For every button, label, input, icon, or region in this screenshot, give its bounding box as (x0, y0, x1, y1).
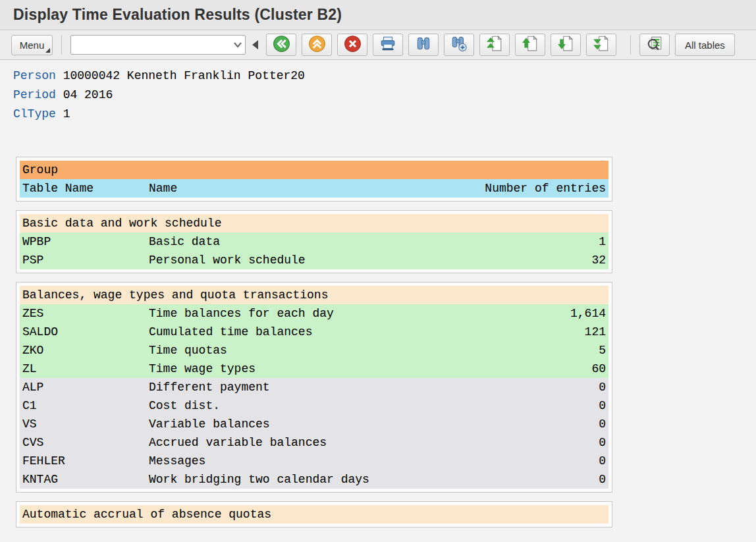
row-table-name: SALDO (22, 323, 149, 341)
period-value: 04 2016 (63, 88, 113, 101)
row-name: Accrued variable balances (149, 433, 599, 452)
table-row[interactable]: C1Cost dist.0 (20, 396, 608, 415)
last-page-button[interactable] (586, 34, 616, 56)
toolbar-separator (61, 35, 62, 55)
row-name: Messages (149, 452, 599, 470)
row-entries: 0 (599, 415, 606, 433)
table-row[interactable]: ALPDifferent payment0 (20, 378, 608, 396)
period-line: Period 04 2016 (13, 86, 743, 105)
table-row[interactable]: SALDOCumulated time balances121 (20, 323, 608, 341)
table-row[interactable]: VSVariable balances0 (20, 415, 608, 433)
page-up-button[interactable] (515, 34, 545, 56)
group-header-label: Group (22, 161, 58, 179)
command-input[interactable] (71, 36, 230, 53)
exit-button[interactable] (302, 34, 332, 56)
row-name: Work bridging two calendar days (149, 470, 599, 489)
row-entries: 0 (599, 470, 606, 489)
overview-button[interactable] (639, 34, 670, 56)
row-entries: 0 (599, 396, 606, 415)
table-row[interactable]: KNTAGWork bridging two calendar days0 (20, 470, 608, 489)
cancel-button[interactable] (337, 34, 367, 56)
person-line: Person 10000042 Kenneth Franklin Potter2… (13, 67, 743, 86)
row-entries: 0 (599, 452, 606, 470)
row-entries: 1 (599, 232, 606, 251)
table-row[interactable]: ZLTime wage types60 (20, 360, 608, 378)
overview-icon (646, 35, 663, 55)
row-name: Time quotas (149, 341, 599, 360)
toolbar: Menu (0, 30, 756, 60)
exit-icon (308, 35, 326, 55)
row-table-name: ALP (22, 378, 149, 396)
page-title: Display Time Evaluation Results (Cluster… (13, 6, 342, 24)
section-header-row: Basic data and work schedule (20, 214, 608, 232)
row-entries: 121 (585, 323, 606, 341)
row-table-name: VS (22, 415, 149, 433)
cltype-value: 1 (63, 107, 70, 121)
row-entries: 5 (599, 341, 606, 360)
all-tables-label: All tables (685, 40, 725, 51)
row-table-name: CVS (22, 433, 149, 452)
menu-button[interactable]: Menu (11, 35, 53, 55)
collapse-toolbar-icon[interactable] (252, 40, 258, 49)
column-header-row: Table Name Name Number of entries (20, 179, 608, 198)
row-table-name: C1 (22, 396, 149, 415)
column-header-table-name: Table Name (22, 179, 149, 198)
row-entries: 0 (599, 378, 606, 396)
section-header-row: Automatic accrual of absence quotas (20, 505, 608, 524)
row-entries: 32 (591, 251, 606, 269)
menu-button-label: Menu (20, 40, 45, 51)
row-table-name: PSP (22, 251, 149, 269)
first-page-button[interactable] (479, 34, 510, 56)
row-name: Cumulated time balances (149, 323, 585, 341)
row-entries: 60 (591, 360, 606, 378)
row-table-name: ZL (22, 360, 149, 378)
title-bar: Display Time Evaluation Results (Cluster… (0, 0, 756, 30)
row-name: Time balances for each day (149, 304, 570, 323)
period-label: Period (13, 88, 56, 101)
command-combobox[interactable] (70, 35, 246, 55)
person-value: 10000042 Kenneth Franklin Potter20 (63, 69, 305, 82)
table-section-panel: Basic data and work scheduleWPBPBasic da… (16, 210, 612, 273)
print-button[interactable] (373, 34, 403, 56)
table-row[interactable]: PSPPersonal work schedule32 (20, 251, 608, 269)
row-table-name: KNTAG (22, 470, 149, 489)
all-tables-button[interactable]: All tables (675, 34, 735, 56)
table-row[interactable]: WPBPBasic data1 (20, 232, 608, 251)
page-up-icon (522, 35, 539, 55)
find-next-button[interactable] (444, 34, 474, 56)
column-header-entries: Number of entries (485, 179, 606, 198)
report-content: Person 10000042 Kenneth Franklin Potter2… (0, 60, 756, 528)
find-button[interactable] (408, 34, 439, 56)
row-table-name: WPBP (22, 232, 149, 251)
print-icon (379, 35, 396, 55)
group-header-row: Group (20, 161, 608, 179)
row-name: Different payment (149, 378, 599, 396)
row-name: Variable balances (149, 415, 599, 433)
row-table-name: ZES (22, 304, 149, 323)
page-down-button[interactable] (551, 34, 581, 56)
find-icon (415, 35, 432, 55)
toolbar-separator (630, 35, 631, 55)
column-header-name: Name (149, 179, 485, 198)
table-row[interactable]: FEHLERMessages0 (20, 452, 608, 470)
back-icon (273, 35, 290, 55)
row-table-name: ZKO (22, 341, 149, 360)
section-header-row: Balances, wage types and quota transacti… (20, 286, 608, 304)
cltype-label: ClType (13, 107, 56, 121)
back-button[interactable] (266, 34, 296, 56)
row-name: Time wage types (149, 360, 591, 378)
last-page-icon (593, 35, 610, 55)
chevron-down-icon[interactable] (230, 41, 245, 48)
row-entries: 0 (599, 433, 606, 452)
table-row[interactable]: ZKOTime quotas5 (20, 341, 608, 360)
table-row[interactable]: ZESTime balances for each day1,614 (20, 304, 608, 323)
cltype-line: ClType 1 (13, 105, 743, 124)
cluster-table-report: Group Table Name Name Number of entries … (16, 157, 612, 528)
row-table-name: FEHLER (22, 452, 149, 470)
row-name: Basic data (149, 232, 599, 251)
row-name: Personal work schedule (149, 251, 591, 269)
menu-corner-triangle-icon (45, 48, 50, 53)
find-next-icon (450, 35, 468, 55)
person-label: Person (13, 69, 56, 82)
table-row[interactable]: CVSAccrued variable balances0 (20, 433, 608, 452)
